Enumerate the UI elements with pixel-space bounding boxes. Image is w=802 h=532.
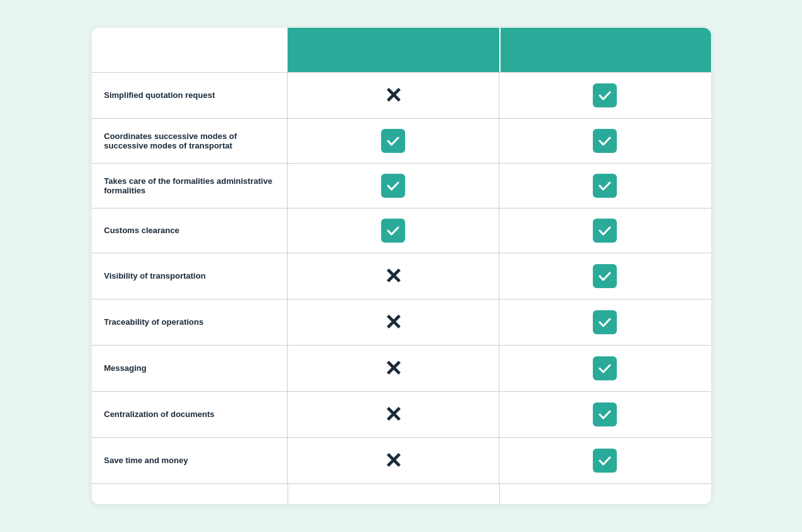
row-label-3: Customs clearance (92, 209, 288, 253)
cross-icon: ✕ (384, 356, 402, 381)
check-icon (593, 83, 617, 107)
row-digital-8 (499, 438, 711, 483)
row-label-6: Messaging (92, 346, 288, 391)
table-row: Save time and money✕ (92, 437, 711, 483)
check-icon (593, 219, 617, 243)
row-label-1: Coordinates successive modes of successi… (92, 119, 288, 163)
footer-cell-classic (288, 484, 499, 504)
table-row: Visibility of transportation✕ (92, 253, 711, 299)
cross-icon: ✕ (384, 402, 402, 427)
check-icon (593, 449, 617, 473)
row-digital-2 (499, 164, 711, 208)
row-label-8: Save time and money (92, 438, 288, 483)
table-row: Centralization of documents✕ (92, 391, 711, 437)
row-classic-1 (288, 119, 499, 163)
row-label-4: Visibility of transportation (92, 253, 288, 299)
table-row: Simplified quotation request✕ (92, 72, 711, 118)
check-icon (593, 264, 617, 288)
cross-icon: ✕ (384, 263, 402, 289)
row-digital-4 (499, 253, 711, 299)
table-row: Customs clearance (92, 208, 711, 253)
header-empty (92, 28, 288, 71)
row-digital-1 (499, 119, 711, 163)
table-footer (92, 483, 711, 504)
table-row: Traceability of operations✕ (92, 299, 711, 345)
table-header (92, 28, 711, 71)
footer-cell-digital (499, 484, 711, 504)
row-digital-7 (499, 392, 711, 437)
table-row: Coordinates successive modes of successi… (92, 118, 711, 163)
row-label-2: Takes care of the formalities administra… (92, 164, 288, 208)
table-body: Simplified quotation request✕ Coordinate… (92, 72, 711, 483)
row-classic-3 (288, 209, 499, 253)
check-icon (593, 310, 617, 334)
row-digital-0 (499, 73, 711, 118)
check-icon (593, 129, 617, 153)
row-classic-4: ✕ (288, 253, 499, 299)
check-icon (593, 402, 617, 426)
row-classic-8: ✕ (288, 438, 499, 483)
row-classic-0: ✕ (288, 73, 499, 118)
row-digital-3 (499, 209, 711, 253)
row-classic-5: ✕ (288, 299, 499, 345)
check-icon (381, 219, 405, 243)
row-classic-2 (288, 164, 499, 208)
check-icon (381, 174, 405, 198)
row-digital-5 (499, 299, 711, 345)
header-digital (499, 28, 711, 71)
row-label-0: Simplified quotation request (92, 73, 288, 118)
row-classic-6: ✕ (288, 346, 499, 391)
cross-icon: ✕ (384, 83, 402, 108)
row-label-7: Centralization of documents (92, 392, 288, 437)
row-classic-7: ✕ (288, 392, 499, 437)
table-row: Messaging✕ (92, 345, 711, 391)
comparison-table: Simplified quotation request✕ Coordinate… (92, 28, 711, 504)
row-label-5: Traceability of operations (92, 299, 288, 345)
cross-icon: ✕ (384, 448, 402, 473)
table-row: Takes care of the formalities administra… (92, 163, 711, 208)
check-icon (593, 174, 617, 198)
row-digital-6 (499, 346, 711, 391)
check-icon (593, 356, 617, 380)
header-classic (288, 28, 499, 71)
cross-icon: ✕ (384, 310, 402, 335)
footer-empty (92, 484, 288, 504)
check-icon (381, 129, 405, 153)
